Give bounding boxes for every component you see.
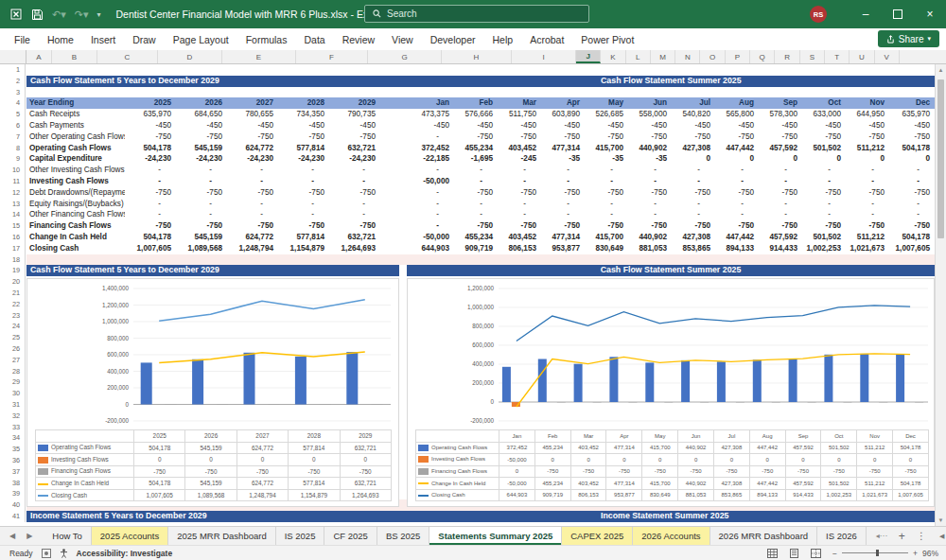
table-cell[interactable]: -	[176, 165, 227, 176]
table-cell[interactable]: -750	[278, 187, 329, 199]
table-cell[interactable]: -750	[498, 187, 541, 199]
table-cell[interactable]: 635,970	[125, 109, 176, 120]
table-cell[interactable]: -450	[498, 120, 541, 131]
table-cell[interactable]: -750	[585, 187, 628, 199]
table-cell[interactable]: -450	[227, 120, 278, 131]
row-label[interactable]: Closing Cash	[26, 243, 125, 254]
table-cell[interactable]: -750	[454, 220, 498, 232]
table-cell[interactable]: 540,820	[672, 109, 715, 120]
table-cell[interactable]: 1,248,794	[227, 243, 278, 254]
table-cell[interactable]: -	[125, 165, 176, 176]
table-cell[interactable]: -450	[846, 120, 889, 131]
row-label[interactable]: Other Operating Cash Flows	[26, 131, 125, 143]
table-cell[interactable]: -750	[715, 220, 759, 232]
table-cell[interactable]: -	[125, 209, 176, 220]
table-cell[interactable]: -	[715, 165, 759, 176]
table-cell[interactable]: -750	[628, 131, 672, 143]
table-cell[interactable]: 953,877	[541, 243, 585, 254]
table-cell[interactable]: 577,814	[278, 232, 329, 243]
table-cell[interactable]: -750	[889, 220, 935, 232]
ribbon-tab-review[interactable]: Review	[334, 34, 383, 45]
zoom-out-icon[interactable]: −	[832, 549, 837, 558]
ribbon-tab-help[interactable]: Help	[484, 34, 522, 45]
table-cell[interactable]: 0	[715, 153, 759, 165]
table-cell[interactable]: -450	[759, 120, 802, 131]
table-cell[interactable]	[380, 176, 411, 187]
row-number-34[interactable]: 34	[0, 432, 26, 444]
table-cell[interactable]: 603,890	[541, 109, 585, 120]
table-cell[interactable]: -450	[176, 120, 227, 131]
table-cell[interactable]: -750	[889, 187, 935, 199]
table-cell[interactable]: -450	[541, 120, 585, 131]
row-number-22[interactable]: 22	[0, 299, 26, 310]
table-cell[interactable]: -750	[759, 187, 802, 199]
scroll-up-arrow[interactable]: ▲	[936, 64, 946, 76]
table-cell[interactable]: Jul	[672, 97, 715, 109]
row-label[interactable]: Cash Receipts	[26, 109, 125, 120]
table-cell[interactable]: 558,000	[628, 109, 672, 120]
column-header-M[interactable]: M	[651, 50, 675, 63]
table-cell[interactable]: -750	[802, 187, 846, 199]
table-cell[interactable]: -750	[329, 131, 380, 143]
table-cell[interactable]: -750	[541, 187, 585, 199]
table-cell[interactable]: -24,230	[176, 153, 227, 165]
accessibility-icon[interactable]	[60, 549, 68, 558]
row-number-25[interactable]: 25	[0, 332, 26, 343]
table-cell[interactable]: -	[585, 209, 628, 220]
ribbon-tab-power-pivot[interactable]: Power Pivot	[572, 34, 642, 45]
table-cell[interactable]: 415,700	[585, 143, 628, 154]
table-cell[interactable]: 853,865	[672, 243, 715, 254]
table-cell[interactable]: -750	[125, 131, 176, 143]
table-cell[interactable]: 455,234	[454, 232, 498, 243]
table-cell[interactable]: -450	[802, 120, 846, 131]
table-cell[interactable]: -245	[498, 153, 541, 165]
table-cell[interactable]: -50,000	[411, 232, 454, 243]
table-cell[interactable]	[380, 131, 411, 143]
table-cell[interactable]: 0	[889, 153, 935, 165]
row-number-41[interactable]: 41	[0, 511, 26, 522]
row-number-38[interactable]: 38	[0, 478, 26, 489]
table-cell[interactable]: -	[541, 165, 585, 176]
row-number-12[interactable]: 12	[0, 187, 26, 199]
row-number-40[interactable]: 40	[0, 499, 26, 511]
table-cell[interactable]: 881,053	[628, 243, 672, 254]
sheet-tab-2025-mrr-dashboard[interactable]: 2025 MRR Dashboard	[168, 527, 276, 545]
column-header-T[interactable]: T	[825, 50, 850, 63]
tab-scroll-left-icon[interactable]: ◀	[9, 532, 15, 540]
ribbon-tab-view[interactable]: View	[383, 34, 422, 45]
table-cell[interactable]: -450	[454, 120, 498, 131]
table-cell[interactable]: 914,433	[759, 243, 802, 254]
search-box[interactable]: Search	[364, 5, 589, 23]
ribbon-tab-page-layout[interactable]: Page Layout	[165, 34, 237, 45]
table-cell[interactable]: -	[329, 209, 380, 220]
column-header-Q[interactable]: Q	[750, 50, 775, 63]
table-cell[interactable]: -750	[498, 220, 541, 232]
sheet-tab-2026-accounts[interactable]: 2026 Accounts	[633, 527, 710, 545]
table-cell[interactable]: -750	[541, 131, 585, 143]
table-cell[interactable]: -	[628, 165, 672, 176]
normal-view-icon[interactable]	[767, 549, 778, 558]
table-cell[interactable]: -750	[672, 131, 715, 143]
column-header-S[interactable]: S	[800, 50, 825, 63]
table-cell[interactable]: 576,666	[454, 109, 498, 120]
table-cell[interactable]: Nov	[846, 97, 889, 109]
row-number-17[interactable]: 17	[0, 243, 26, 254]
table-cell[interactable]: -750	[454, 187, 498, 199]
table-cell[interactable]: -	[227, 176, 278, 187]
table-cell[interactable]: Jan	[411, 97, 454, 109]
table-cell[interactable]: 0	[759, 153, 802, 165]
table-cell[interactable]: -24,230	[125, 153, 176, 165]
table-cell[interactable]: -	[759, 209, 802, 220]
row-number-32[interactable]: 32	[0, 411, 26, 422]
row-number-29[interactable]: 29	[0, 376, 26, 388]
table-cell[interactable]: -	[329, 165, 380, 176]
table-cell[interactable]: -	[846, 209, 889, 220]
table-cell[interactable]: 644,903	[411, 243, 454, 254]
table-cell[interactable]: 2025	[125, 97, 176, 109]
table-cell[interactable]: -750	[759, 131, 802, 143]
row-number-31[interactable]: 31	[0, 399, 26, 411]
table-cell[interactable]: -750	[759, 220, 802, 232]
accessibility-status[interactable]: Accessibility: Investigate	[77, 549, 173, 558]
table-cell[interactable]	[380, 209, 411, 220]
table-cell[interactable]: -750	[672, 187, 715, 199]
